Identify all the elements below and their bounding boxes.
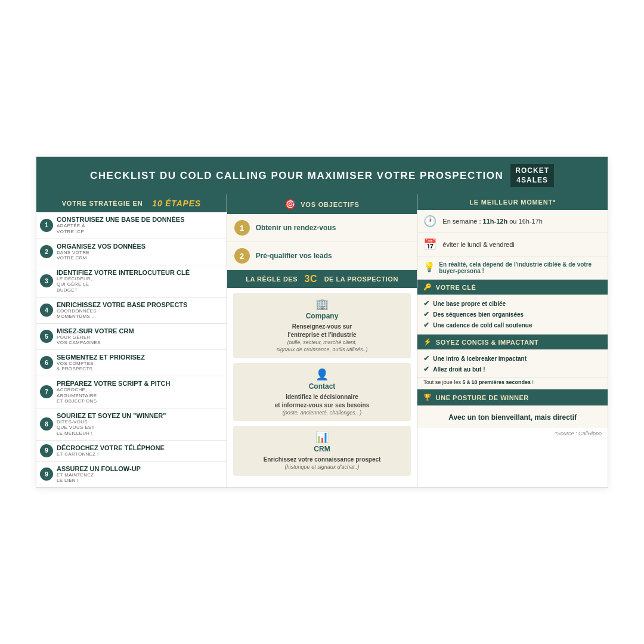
- key-list: ✔Une base propre et ciblée✔Des séquences…: [417, 295, 608, 335]
- key-item-text: Des séquences bien organisées: [433, 311, 524, 318]
- step-main: Souriez et soyez un "winner" DITES-VOUSQ…: [57, 412, 222, 436]
- step-num: 6: [40, 356, 53, 369]
- rule-card-desc: Renseignez-vous surl'entreprise et l'ind…: [239, 323, 405, 339]
- step-item: 2 Organisez vos données DANS VOTREVOTRE …: [36, 239, 227, 265]
- step-sub: ET MAINTENEZLE LIEN !: [57, 472, 222, 484]
- columns: VOTRE STRATÉGIE EN 10 étapes 1 Construis…: [36, 194, 608, 487]
- lightning-icon: ⚡: [423, 338, 432, 346]
- step-num: 9: [40, 444, 53, 457]
- header-title: CHECKLIST DU COLD CALLING POUR MAXIMISER…: [90, 170, 503, 182]
- step-label: Enrichissez votre base prospects: [57, 301, 222, 308]
- step-main: Décrochez votre téléphone ET CARTONNEZ !: [57, 444, 222, 457]
- rule-card-subdesc: (taille, secteur, marché client,signaux …: [239, 339, 405, 353]
- header-title-text: CHECKLIST DU COLD CALLING POUR MAXIMISER…: [90, 170, 503, 181]
- winner-body-text: Avec un ton bienveillant, mais directif: [448, 413, 577, 422]
- concis-item: ✔Une intro & icebreaker impactant: [423, 353, 602, 364]
- step-num: 7: [40, 385, 53, 398]
- obj-num: 1: [234, 220, 250, 236]
- step-main: Misez-sur votre CRM POUR GÉRERVOS CAMPAG…: [57, 327, 222, 346]
- rule-card-icon: 📊: [239, 431, 405, 444]
- step-num: 4: [40, 304, 53, 317]
- check-icon: ✔: [423, 354, 429, 363]
- step-sub: DITES-VOUSQUE VOUS ESTLE MEILLEUR !: [57, 419, 222, 436]
- rule-header: LA RÈGLE DES 3C DE LA PROSPECTION: [227, 270, 417, 288]
- step-label: Assurez un follow-up: [57, 465, 222, 472]
- step-item: 9 Assurez un follow-up ET MAINTENEZLE LI…: [36, 462, 227, 487]
- bulb-icon: 💡: [423, 261, 435, 273]
- rule-card-icon: 🏢: [239, 298, 405, 311]
- step-label: Décrochez votre téléphone: [57, 444, 222, 451]
- col-left: VOTRE STRATÉGIE EN 10 étapes 1 Construis…: [36, 194, 227, 487]
- step-item: 5 Misez-sur votre CRM POUR GÉRERVOS CAMP…: [36, 324, 227, 350]
- rule-card-title: Contact: [239, 382, 405, 391]
- timing-text: En semaine : 11h-12h ou 16h-17h: [442, 218, 543, 225]
- logo: ROCKET 4SALES: [510, 164, 554, 187]
- concis-item: ✔Allez droit au but !: [423, 364, 602, 374]
- step-num: 8: [40, 417, 53, 431]
- rule-card-title: Company: [239, 312, 405, 320]
- step-main: Organisez vos données DANS VOTREVOTRE CR…: [57, 243, 222, 261]
- step-main: Préparez votre script & pitch ACCROCHE,A…: [57, 380, 222, 404]
- step-main: Construisez une base de données ADAPTÉE …: [57, 216, 222, 234]
- step-item: 6 Segmentez et priorisez VOS COMPTES& PR…: [36, 350, 227, 376]
- check-icon: ✔: [423, 299, 429, 308]
- winner-body: Avec un ton bienveillant, mais directif: [417, 405, 608, 428]
- rule-card-icon: 👤: [239, 368, 405, 381]
- step-main: Enrichissez votre base prospects COORDON…: [57, 301, 222, 320]
- step-sub: ADAPTÉE ÀVOTRE ICP: [57, 223, 222, 234]
- timing-icon: 📅: [423, 238, 436, 251]
- step-num: 5: [40, 330, 53, 343]
- key-item-text: Une base propre et ciblée: [433, 301, 506, 307]
- obj-text: Obtenir un rendez-vous: [256, 224, 336, 232]
- step-sub: DANS VOTREVOTRE CRM: [57, 250, 222, 261]
- step-label: Organisez vos données: [57, 243, 222, 250]
- rule-card: 👤 Contact Identifiez le décisionnaireet …: [233, 363, 411, 422]
- concis-header-text: SOYEZ CONCIS & IMPACTANT: [436, 339, 538, 346]
- concis-item-text: Allez droit au but !: [433, 366, 485, 373]
- step-item: 4 Enrichissez votre base prospects COORD…: [36, 298, 227, 324]
- step-label: Segmentez et priorisez: [57, 354, 222, 361]
- step-label: Misez-sur votre CRM: [57, 327, 222, 335]
- rule-card-subdesc: (poste, ancienneté, challenges.. ): [239, 410, 405, 417]
- check-icon: ✔: [423, 321, 429, 329]
- source-note: *Source : CallHippo: [417, 428, 608, 439]
- key-item: ✔Une base propre et ciblée: [423, 298, 602, 309]
- concis-list: ✔Une intro & icebreaker impactant✔Allez …: [417, 349, 608, 377]
- step-num: 3: [40, 274, 53, 287]
- col-right-header-text: LE MEILLEUR MOMENT*: [469, 199, 556, 206]
- step-item: 3 Identifiez votre interlocuteur clé LE …: [36, 265, 227, 298]
- step-sub: VOS COMPTES& PROSPECTS: [57, 361, 222, 372]
- winner-header-text: UNE POSTURE DE WINNER: [436, 394, 529, 401]
- step-item: 7 Préparez votre script & pitch ACCROCHE…: [36, 376, 227, 408]
- check-icon: ✔: [423, 365, 429, 373]
- rule-card-subdesc: (historique et signaux d'achat..): [239, 464, 405, 471]
- step-label: Identifiez votre interlocuteur clé: [57, 269, 222, 276]
- key-section-header: 🔑 VOTRE CLÉ: [417, 280, 608, 295]
- col-mid: 🎯 VOS OBJECTIFS 1 Obtenir un rendez-vous…: [227, 194, 418, 487]
- obj-text: Pré-qualifier vos leads: [256, 252, 332, 260]
- trophy-icon: 🏆: [423, 394, 432, 401]
- concis-note: Tout se joue les 5 à 10 premières second…: [417, 377, 608, 389]
- key-icon: 🔑: [423, 283, 432, 291]
- timing-note: 💡 En réalité, cela dépend de l'industrie…: [417, 256, 608, 280]
- step-item: 9 Décrochez votre téléphone ET CARTONNEZ…: [36, 441, 227, 462]
- timing-item: 🕐 En semaine : 11h-12h ou 16h-17h: [417, 210, 608, 233]
- objectives-list: 1 Obtenir un rendez-vous 2 Pré-qualifier…: [227, 214, 417, 270]
- step-label: Construisez une base de données: [57, 216, 222, 223]
- col-left-header-highlight: 10 étapes: [152, 199, 201, 208]
- main-card: CHECKLIST DU COLD CALLING POUR MAXIMISER…: [36, 156, 608, 488]
- obj-num: 2: [234, 248, 250, 264]
- page-header: CHECKLIST DU COLD CALLING POUR MAXIMISER…: [36, 157, 608, 194]
- rule-card: 🏢 Company Renseignez-vous surl'entrepris…: [233, 293, 411, 358]
- winner-section-header: 🏆 UNE POSTURE DE WINNER: [417, 389, 608, 405]
- timing-text: éviter le lundi & vendredi: [442, 241, 514, 248]
- step-main: Assurez un follow-up ET MAINTENEZLE LIEN…: [57, 465, 222, 484]
- steps-list: 1 Construisez une base de données ADAPTÉ…: [36, 212, 227, 487]
- step-main: Identifiez votre interlocuteur clé LE DÉ…: [57, 269, 222, 293]
- col-mid-header: 🎯 VOS OBJECTIFS: [227, 194, 417, 214]
- rule-card-desc: Identifiez le décisionnaireet informez-v…: [239, 393, 405, 410]
- outer-wrapper: CHECKLIST DU COLD CALLING POUR MAXIMISER…: [0, 0, 644, 644]
- rule-prefix: LA RÈGLE DES: [246, 275, 298, 283]
- col-right-header: LE MEILLEUR MOMENT*: [417, 194, 608, 210]
- key-item: ✔Des séquences bien organisées: [423, 309, 602, 320]
